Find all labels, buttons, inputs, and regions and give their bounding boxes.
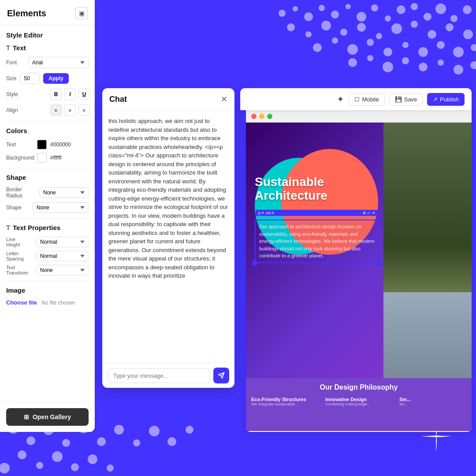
style-buttons: B I U — [50, 89, 90, 100]
font-label: Font — [6, 60, 28, 66]
text-color-swatch[interactable] — [37, 140, 47, 149]
font-select[interactable]: Arial — [28, 57, 89, 68]
align-row: Align ≡ ≡ ≡ — [6, 104, 89, 116]
svg-point-27 — [332, 37, 338, 44]
divider-3 — [6, 218, 89, 219]
card-eco-title: Eco-Friendly Structures — [251, 397, 318, 402]
design-philosophy-title: Our Design Philosophy — [320, 383, 398, 391]
shape-row: Shape None — [6, 202, 89, 213]
svg-point-60 — [107, 465, 114, 472]
svg-point-54 — [186, 426, 193, 434]
shape-title: Shape — [6, 174, 89, 181]
publish-button[interactable]: ↗ Publish — [427, 93, 465, 106]
mobile-icon: ☐ — [354, 96, 360, 103]
preview-area: SustainableArchitecture p # .mt-4 ⊕ ⤢ ✕ … — [246, 110, 472, 432]
svg-point-18 — [340, 29, 347, 36]
svg-point-57 — [52, 451, 63, 462]
svg-point-8 — [385, 15, 391, 22]
panel-content: Style Editor 𝖳 Text Font Arial Size Appl… — [0, 25, 95, 395]
left-panel: Elements ▣ Style Editor 𝖳 Text Font Aria… — [0, 0, 95, 432]
mobile-label: Mobile — [362, 96, 379, 103]
card-sm-title: Sm... — [399, 397, 466, 402]
selected-text-content: Our approach to architecture design focu… — [259, 223, 375, 260]
underline-button[interactable]: U — [78, 89, 90, 100]
mac-dot-yellow — [259, 114, 264, 119]
border-radius-row: Border Radius None — [6, 186, 89, 199]
svg-point-43 — [470, 61, 476, 69]
border-radius-select[interactable]: None — [39, 187, 89, 198]
line-height-row: LineHeight Normal — [6, 237, 89, 247]
preview-inner: SustainableArchitecture p # .mt-4 ⊕ ⤢ ✕ … — [246, 110, 472, 432]
svg-point-25 — [463, 30, 473, 39]
svg-point-10 — [411, 3, 418, 10]
save-button[interactable]: 💾 Save — [389, 93, 423, 106]
size-label: Size — [6, 75, 16, 82]
svg-point-52 — [149, 426, 160, 436]
text-icon: 𝖳 — [6, 45, 10, 52]
svg-point-11 — [424, 13, 431, 21]
align-left-button[interactable]: ≡ — [50, 104, 62, 116]
mobile-button[interactable]: ☐ Mobile — [349, 93, 384, 106]
divider-4 — [6, 281, 89, 281]
panel-footer: ⊞ Open Gallery — [0, 402, 95, 432]
website-preview: SustainableArchitecture p # .mt-4 ⊕ ⤢ ✕ … — [246, 123, 472, 431]
line-height-select[interactable]: Normal — [36, 237, 89, 247]
svg-point-28 — [347, 44, 358, 55]
text-transform-select[interactable]: None — [36, 265, 89, 275]
svg-point-58 — [71, 463, 79, 471]
chat-panel: Chat ✕ this holistic approach, we aim no… — [102, 88, 234, 388]
no-file-text: No file chosen — [41, 300, 75, 306]
svg-point-15 — [287, 23, 295, 31]
svg-point-2 — [304, 12, 313, 21]
panel-toggle-icon[interactable]: ▣ — [75, 7, 88, 19]
style-row: Style B I U — [6, 89, 89, 100]
svg-point-61 — [0, 463, 10, 473]
text-props-title: 𝖳 Text Properties — [6, 224, 89, 231]
bottom-cards: Eco-Friendly Structures We integrate sus… — [251, 397, 466, 406]
svg-point-29 — [367, 39, 374, 46]
letter-spacing-select[interactable]: Normal — [36, 251, 89, 261]
svg-point-41 — [438, 60, 444, 66]
ai-button[interactable]: ✦ — [337, 94, 344, 104]
send-icon — [218, 372, 225, 379]
choose-file-button[interactable]: Choose file — [6, 299, 37, 306]
apply-button[interactable]: Apply — [43, 73, 68, 84]
svg-point-31 — [402, 42, 409, 48]
align-center-button[interactable]: ≡ — [64, 104, 76, 116]
bg-color-value: #ffffff — [50, 155, 62, 161]
font-row: Font Arial — [6, 57, 89, 68]
shape-select[interactable]: None — [33, 202, 89, 213]
bg-color-swatch[interactable] — [37, 153, 47, 163]
svg-point-16 — [305, 31, 312, 37]
svg-point-23 — [428, 30, 436, 39]
svg-point-5 — [346, 4, 351, 9]
chat-close-button[interactable]: ✕ — [221, 94, 227, 104]
selected-text-block[interactable]: p # .mt-4 ⊕ ⤢ ✕ Our approach to architec… — [255, 219, 379, 263]
text-section-title: 𝖳 Text — [6, 44, 89, 52]
open-gallery-button[interactable]: ⊞ Open Gallery — [6, 408, 89, 426]
panel-header: Elements ▣ — [0, 0, 95, 25]
website-hero: SustainableArchitecture p # .mt-4 ⊕ ⤢ ✕ … — [246, 123, 472, 431]
size-row: Size Apply — [6, 73, 89, 84]
border-radius-label: Border Radius — [6, 186, 39, 199]
size-input[interactable] — [20, 73, 40, 84]
letter-spacing-row: LetterSpacing Normal — [6, 251, 89, 261]
svg-point-22 — [411, 21, 418, 28]
svg-point-47 — [62, 439, 70, 447]
selection-controls: ⊕ ⤢ ✕ — [363, 211, 376, 215]
chat-input[interactable] — [108, 368, 210, 383]
panel-title: Elements — [7, 8, 46, 19]
publish-icon: ↗ — [433, 96, 438, 103]
mac-dot-green — [267, 114, 272, 119]
text-color-row: Text #000000 — [6, 140, 89, 149]
align-right-button[interactable]: ≡ — [78, 104, 90, 116]
bold-button[interactable]: B — [50, 89, 62, 100]
italic-button[interactable]: I — [64, 89, 76, 100]
card-innovative-text: Combining cutting-edge... — [325, 402, 392, 406]
hero-title: SustainableArchitecture — [255, 175, 327, 203]
svg-point-56 — [36, 462, 43, 469]
card-sm: Sm... Wi... — [399, 397, 466, 406]
chat-send-button[interactable] — [213, 368, 229, 383]
shape-label: Shape — [6, 205, 33, 211]
gallery-icon: ⊞ — [24, 413, 29, 420]
